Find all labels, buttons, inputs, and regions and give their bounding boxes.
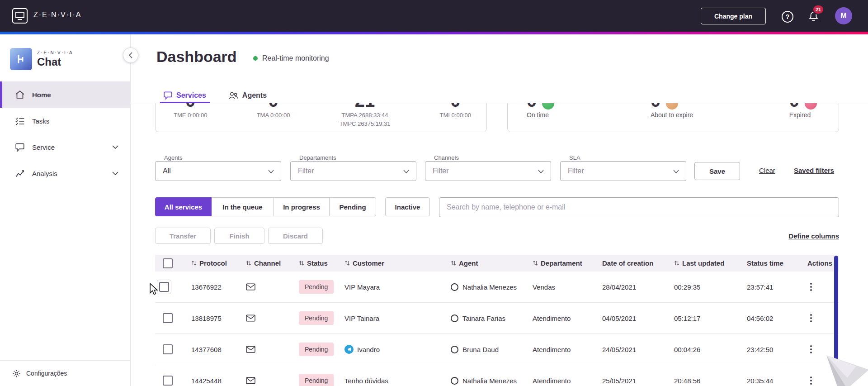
select-value: All: [163, 167, 171, 175]
finish-button[interactable]: Finish: [214, 228, 264, 244]
realtime-label: Real-time monitoring: [262, 54, 329, 62]
cell-date-of-creation: 28/04/2021: [597, 283, 669, 291]
table-row[interactable]: 14377608 Pending Ivandro Bruna Daud Aten…: [155, 334, 839, 365]
column-header-channel[interactable]: Channel: [241, 259, 294, 267]
cell-last-updated: 00:04:26: [669, 346, 742, 353]
table-row[interactable]: 13676922 Pending VIP Mayara Nathalia Men…: [155, 272, 839, 303]
sort-icon: [451, 260, 456, 266]
home-icon: [14, 90, 25, 99]
metric-tmi: 0 TMI 0:00:00: [440, 103, 471, 132]
metric-label: TME 0:00:00: [174, 111, 207, 119]
row-actions-menu[interactable]: [807, 374, 815, 386]
row-checkbox[interactable]: [159, 282, 169, 292]
service-tab-inactive[interactable]: Inactive: [385, 197, 430, 216]
row-actions-menu[interactable]: [807, 343, 815, 356]
cell-protocol: 13676922: [186, 283, 241, 291]
metric-value: 0: [527, 103, 537, 111]
column-header-departament[interactable]: Departament: [528, 259, 597, 267]
metric-about-to-expire: 0 About to expire: [651, 103, 693, 132]
sort-icon: [533, 260, 538, 266]
change-plan-button[interactable]: Change plan: [701, 8, 766, 24]
search-input[interactable]: [439, 197, 839, 217]
realtime-indicator: Real-time monitoring: [253, 54, 329, 62]
channels-filter-select[interactable]: Filter: [425, 161, 551, 181]
stats-cards: 0 TME 0:00:00 0 TMA 0:00:00 21 TMPA 2688…: [155, 103, 839, 132]
column-header-last-updated[interactable]: Last updated: [669, 259, 742, 267]
service-status-tabs: All services In the queue In progress Pe…: [155, 197, 376, 216]
help-icon[interactable]: ?: [782, 11, 793, 23]
cell-protocol: 14425448: [186, 377, 241, 385]
clear-filters-link[interactable]: Clear: [759, 167, 775, 174]
cell-agent: Bruna Daud: [462, 346, 499, 353]
transfer-button[interactable]: Transfer: [155, 228, 211, 244]
time-metrics-card: 0 TME 0:00:00 0 TMA 0:00:00 21 TMPA 2688…: [155, 103, 487, 132]
column-header-customer[interactable]: Customer: [340, 259, 446, 267]
column-label: Customer: [353, 259, 384, 267]
table-scrollbar[interactable]: [834, 256, 838, 361]
sidebar-menu: Home Tasks Service Analysis: [0, 81, 130, 186]
status-badge: Pending: [299, 311, 334, 325]
chat-logo-icon: [10, 48, 32, 70]
collapse-sidebar-button[interactable]: [123, 48, 138, 63]
row-actions-menu[interactable]: [807, 280, 815, 294]
notification-badge: 21: [812, 5, 824, 14]
cell-departament: Atendimento: [528, 315, 597, 322]
email-channel-icon: [246, 283, 255, 291]
row-checkbox[interactable]: [163, 313, 173, 323]
service-tab-in-the-queue[interactable]: In the queue: [211, 197, 274, 216]
cell-date-of-creation: 25/05/2021: [597, 377, 669, 385]
sidebar-item-home[interactable]: Home: [0, 81, 130, 108]
service-tab-pending[interactable]: Pending: [329, 197, 376, 216]
channels-filter-label: Channels: [434, 154, 459, 161]
select-value: Filter: [433, 167, 449, 175]
sidebar-item-analysis[interactable]: Analysis: [0, 160, 130, 186]
sidebar-item-tasks[interactable]: Tasks: [0, 108, 130, 134]
column-header-status[interactable]: Status: [294, 259, 340, 267]
sort-icon: [674, 260, 679, 266]
metric-label: On time: [527, 111, 554, 119]
chat-widget-paper-plane-icon[interactable]: [824, 351, 868, 386]
sort-icon: [246, 260, 251, 266]
metric-label2: TMPC 26375:19:31: [340, 119, 391, 128]
tasks-icon: [14, 117, 25, 125]
expired-icon: [805, 103, 817, 110]
row-checkbox[interactable]: [163, 376, 173, 386]
metric-value: 0: [257, 103, 290, 111]
logo-brand-small: Z·E·N·V·I·A: [37, 50, 73, 55]
service-tab-all-services[interactable]: All services: [155, 197, 212, 216]
row-actions-menu[interactable]: [807, 311, 815, 325]
departaments-filter-label: Departaments: [299, 154, 336, 161]
table-row[interactable]: 13818975 Pending VIP Tainara Tainara Far…: [155, 303, 839, 334]
departaments-filter-select[interactable]: Filter: [290, 161, 416, 181]
column-header-protocol[interactable]: Protocol: [186, 259, 241, 267]
column-label: Last updated: [682, 259, 724, 267]
column-label: Status time: [747, 259, 783, 267]
saved-filters-link[interactable]: Saved filters: [794, 167, 834, 174]
sidebar-item-settings[interactable]: Configurações: [0, 360, 130, 386]
sidebar-item-service[interactable]: Service: [0, 134, 130, 160]
gear-icon: [12, 369, 21, 378]
tab-services[interactable]: Services: [160, 88, 210, 103]
analysis-chart-icon: [14, 169, 25, 177]
status-badge: Pending: [299, 343, 334, 356]
column-header-agent[interactable]: Agent: [446, 259, 528, 267]
metric-value: 0: [440, 103, 471, 111]
define-columns-link[interactable]: Define columns: [776, 232, 839, 240]
table-header-row: Protocol Channel Status Customer Agent D…: [155, 255, 839, 272]
table-row[interactable]: 14425448 Pending Tenho dúvidas Nathalia …: [155, 365, 839, 386]
green-status-dot: [253, 56, 258, 61]
user-avatar[interactable]: M: [835, 7, 852, 24]
agent-avatar-icon: [451, 283, 458, 291]
settings-label: Configurações: [26, 370, 67, 377]
sla-filter-select[interactable]: Filter: [560, 161, 686, 181]
save-filters-button[interactable]: Save: [694, 162, 740, 180]
metric-value: 21: [340, 103, 391, 111]
cell-customer: Ivandro: [357, 346, 380, 353]
select-all-checkbox[interactable]: [163, 258, 173, 268]
zenvia-chat-logo: Z·E·N·V·I·A Chat: [10, 48, 73, 70]
row-checkbox[interactable]: [163, 344, 173, 354]
discard-button[interactable]: Discard: [268, 228, 323, 244]
service-tab-in-progress[interactable]: In progress: [274, 197, 330, 216]
agents-filter-select[interactable]: All: [155, 161, 281, 181]
tab-agents[interactable]: Agents: [225, 88, 270, 103]
